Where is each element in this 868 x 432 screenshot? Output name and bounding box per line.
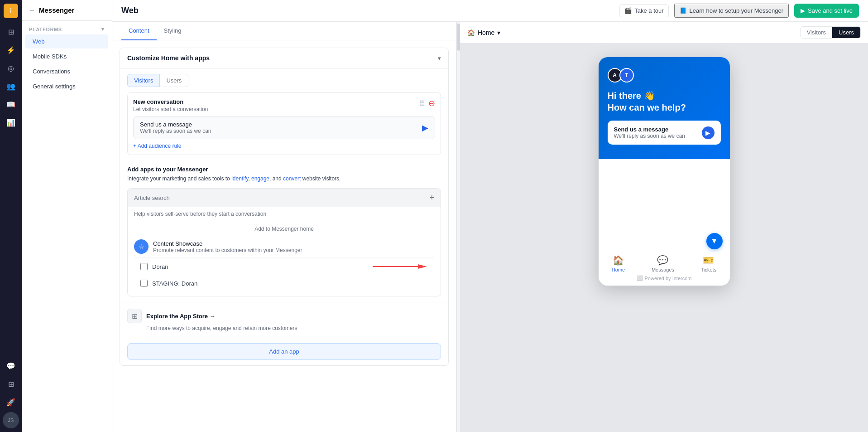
learn-button[interactable]: 📘 Learn how to setup your Messenger xyxy=(674,4,789,18)
preview-container: A T Hi there 👋 How can we help? xyxy=(599,57,730,286)
phone-nav-messages[interactable]: 💬 Messages xyxy=(652,255,674,272)
phone-nav-tickets[interactable]: 🎫 Tickets xyxy=(701,255,716,272)
phone-msg-arrow-icon: ▶ xyxy=(702,126,715,139)
home-dropdown-icon: ▾ xyxy=(497,29,500,36)
section-title: Customize Home with apps xyxy=(127,54,210,62)
scroll-thumb xyxy=(457,24,460,51)
top-bar-actions: 🎬 Take a tour 📘 Learn how to setup your … xyxy=(619,4,859,18)
sidebar-item-mobile[interactable]: Mobile SDKs xyxy=(25,49,108,63)
nav-title: Messenger xyxy=(39,6,74,14)
scroll-track[interactable] xyxy=(456,22,460,432)
inner-tab-visitors[interactable]: Visitors xyxy=(127,74,160,87)
add-audience-rule[interactable]: + Add audience rule xyxy=(133,143,435,149)
play-icon: ▶ xyxy=(801,7,805,14)
phone-nav-tickets-icon: 🎫 xyxy=(703,255,714,266)
sidebar-item-general[interactable]: General settings xyxy=(25,79,108,93)
engage-link[interactable]: engage xyxy=(251,175,269,182)
customize-home-section: Customize Home with apps ▾ Visitors User… xyxy=(120,48,449,366)
icon-sidebar: i ⊞ ⚡ ◎ 👥 📖 📊 💬 ⊞ 🚀 JS xyxy=(0,0,22,432)
platforms-label: PLATFORMS ▾ xyxy=(22,21,112,34)
top-bar: Web 🎬 Take a tour 📘 Learn how to setup y… xyxy=(112,0,868,22)
msg-title: Send us a message xyxy=(140,121,211,128)
phone-nav-home[interactable]: 🏠 Home xyxy=(612,255,625,272)
phone-avatar-t: T xyxy=(619,68,634,83)
phone-mockup: A T Hi there 👋 How can we help? xyxy=(599,57,730,286)
collapse-icon[interactable]: ▾ xyxy=(438,55,441,62)
learn-icon: 📘 xyxy=(680,7,687,14)
add-app-button[interactable]: Add an app xyxy=(127,343,441,360)
phone-avatars: A T xyxy=(608,68,721,83)
left-panel: Content Styling Customize Home with apps… xyxy=(112,22,456,432)
nav-icon-chart[interactable]: 📊 xyxy=(3,114,19,131)
nav-icon-target[interactable]: ◎ xyxy=(3,60,19,76)
red-arrow-annotation xyxy=(373,262,427,271)
back-button[interactable]: ← xyxy=(29,7,35,14)
conv-block-subtitle: Let visitors start a conversation xyxy=(133,106,208,112)
right-panel: 🏠 Home ▾ Visitors Users xyxy=(460,22,868,432)
phone-nav-messages-icon: 💬 xyxy=(657,255,668,266)
checkbox-doran[interactable] xyxy=(140,263,148,270)
checkbox-staging-label: STAGING: Doran xyxy=(152,280,197,287)
phone-nav: 🏠 Home 💬 Messages 🎫 Tickets xyxy=(599,255,730,272)
phone-msg-subtitle: We'll reply as soon as we can xyxy=(614,133,685,139)
phone-footer: 🏠 Home 💬 Messages 🎫 Tickets xyxy=(599,250,730,286)
phone-nav-home-icon: 🏠 xyxy=(613,255,624,266)
conv-block-title: New conversation xyxy=(133,98,208,105)
nav-icon-book[interactable]: 📖 xyxy=(3,96,19,112)
add-apps-subtitle: Integrate your marketing and sales tools… xyxy=(127,175,441,183)
nav-icon-chat[interactable]: 💬 xyxy=(3,358,19,374)
preview-tab-users[interactable]: Users xyxy=(832,27,860,38)
sidebar-item-web[interactable]: Web xyxy=(25,34,108,49)
explore-icon: ⊞ xyxy=(127,309,142,323)
phone-header: A T Hi there 👋 How can we help? xyxy=(599,57,730,159)
new-conversation-block: New conversation Let visitors start a co… xyxy=(127,92,441,155)
preview-topbar: 🏠 Home ▾ Visitors Users xyxy=(460,22,868,44)
tour-button[interactable]: 🎬 Take a tour xyxy=(619,4,668,17)
article-search-add-btn[interactable]: + xyxy=(429,193,434,203)
app-dropdown: Add to Messenger home ☆ Content Showcase… xyxy=(128,221,441,296)
phone-nav-home-label: Home xyxy=(612,267,625,272)
inner-tab-users[interactable]: Users xyxy=(160,74,188,87)
msg-arrow-icon: ▶ xyxy=(422,123,428,133)
identify-link[interactable]: identify xyxy=(231,175,248,182)
message-preview[interactable]: Send us a message We'll reply as soon as… xyxy=(133,116,435,139)
user-avatar-icon[interactable]: JS xyxy=(3,412,19,428)
section-header: Customize Home with apps ▾ xyxy=(120,48,448,68)
tab-styling[interactable]: Styling xyxy=(157,22,189,40)
greeting-line1: Hi there 👋 xyxy=(608,90,721,102)
preview-home-button[interactable]: 🏠 Home ▾ xyxy=(467,29,500,36)
remove-icon[interactable]: ⊖ xyxy=(428,98,435,108)
preview-tab-visitors[interactable]: Visitors xyxy=(801,27,832,38)
article-search-desc: Help visitors self-serve before they sta… xyxy=(134,211,266,217)
add-apps-title: Add apps to your Messenger xyxy=(127,166,441,173)
phone-nav-messages-label: Messages xyxy=(652,267,674,272)
convert-link[interactable]: convert xyxy=(283,175,301,182)
checkbox-doran-row: Doran xyxy=(134,258,434,275)
checkbox-doran-label: Doran xyxy=(152,263,168,270)
page-title: Web xyxy=(121,6,139,15)
nav-icon-users[interactable]: 👥 xyxy=(3,78,19,94)
sidebar-item-conversations[interactable]: Conversations xyxy=(25,64,108,78)
tab-bar: Content Styling xyxy=(112,22,456,40)
scroll-down-indicator[interactable]: ▼ xyxy=(706,233,723,249)
article-search-desc-row: Help visitors self-serve before they sta… xyxy=(128,207,441,221)
explore-subtitle: Find more ways to acquire, engage and re… xyxy=(146,325,441,331)
explore-title[interactable]: Explore the App Store → xyxy=(146,313,216,320)
logo: i xyxy=(4,4,18,18)
nav-icon-lightning[interactable]: ⚡ xyxy=(3,42,19,58)
preview-area: A T Hi there 👋 How can we help? xyxy=(460,44,868,432)
inner-tabs: Visitors Users xyxy=(120,68,448,87)
drag-handle-icon[interactable]: ⠿ xyxy=(419,99,425,108)
nav-icon-rocket[interactable]: 🚀 xyxy=(3,394,19,410)
article-search-label: Article search xyxy=(134,194,170,201)
checkbox-staging[interactable] xyxy=(140,280,148,287)
content-split: Content Styling Customize Home with apps… xyxy=(112,22,868,432)
svg-marker-1 xyxy=(418,264,427,269)
save-button[interactable]: ▶ Save and set live xyxy=(794,4,859,18)
tab-content[interactable]: Content xyxy=(121,22,157,40)
nav-icon-grid[interactable]: ⊞ xyxy=(3,376,19,392)
nav-icon-home[interactable]: ⊞ xyxy=(3,24,19,40)
phone-message-card[interactable]: Send us a message We'll reply as soon as… xyxy=(608,121,721,145)
msg-subtitle: We'll reply as soon as we can xyxy=(140,128,211,134)
home-icon: 🏠 xyxy=(467,29,475,36)
